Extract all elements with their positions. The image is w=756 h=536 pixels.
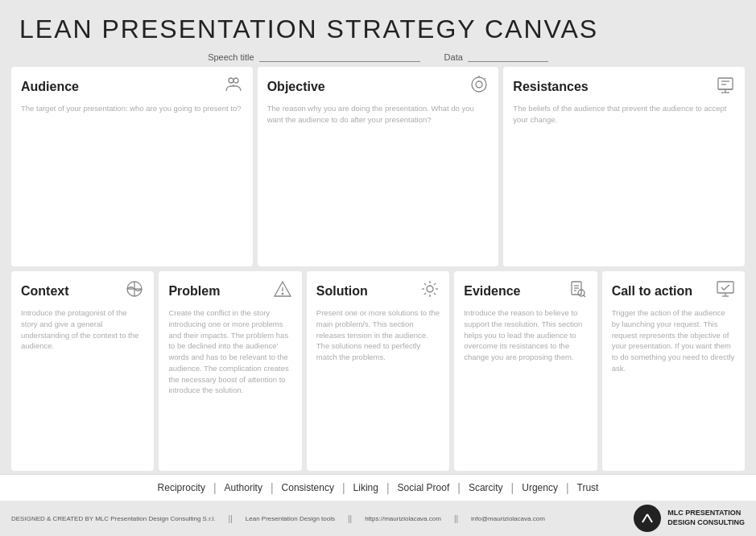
card-call-to-action-header: Call to action <box>612 279 735 303</box>
card-objective-title: Objective <box>267 80 325 94</box>
card-objective: Objective The reason why you are doing t… <box>258 67 499 266</box>
logo-line2: DESIGN CONSULTING <box>667 518 745 528</box>
card-problem-title: Problem <box>168 284 220 299</box>
card-solution-header: Solution <box>316 279 440 303</box>
card-call-to-action: Call to action Trigger the action of the… <box>602 271 745 471</box>
card-objective-body: The reason why you are doing the present… <box>267 103 490 126</box>
footer-item-reciprocity: Reciprocity <box>150 482 213 493</box>
svg-point-16 <box>282 293 283 294</box>
svg-point-3 <box>476 81 482 88</box>
logo-svg <box>639 510 655 526</box>
footer-item-authority: Authority <box>217 482 271 493</box>
problem-icon <box>273 279 292 303</box>
evidence-icon <box>568 279 588 303</box>
email-text: info@mauriziolacava.com <box>471 515 545 522</box>
card-evidence-body: Introduce the reason to believe to suppo… <box>464 307 587 363</box>
website-text: https://mauriziolacava.com <box>365 515 441 522</box>
logo-section: MLC PRESENTATION DESIGN CONSULTING <box>634 505 745 532</box>
card-audience: Audience The target of your presentation… <box>11 67 253 266</box>
footer-item-urgency: Urgency <box>514 482 566 493</box>
card-resistances-header: Resistances <box>513 75 735 98</box>
svg-line-35 <box>642 514 647 522</box>
card-resistances-title: Resistances <box>513 80 588 94</box>
canvas-area: Audience The target of your presentation… <box>0 67 756 474</box>
page: LEAN PRESENTATION STRATEGY CANVAS Speech… <box>0 0 756 536</box>
card-context-body: Introduce the protagonist of the story a… <box>21 307 144 352</box>
designed-by-text: DESIGNED & CREATED BY MLC Presentation D… <box>11 515 216 522</box>
card-evidence-title: Evidence <box>464 284 520 299</box>
card-solution: Solution <box>307 271 449 471</box>
card-objective-header: Objective <box>267 75 490 98</box>
card-call-to-action-title: Call to action <box>612 284 692 299</box>
header: LEAN PRESENTATION STRATEGY CANVAS <box>0 0 756 49</box>
card-evidence: Evidence Introduce the reason to believe… <box>454 271 597 471</box>
bottom-row: Context Introduce the protagonist of the… <box>11 271 745 471</box>
svg-line-22 <box>424 283 426 285</box>
logo-text: MLC PRESENTATION DESIGN CONSULTING <box>667 509 745 527</box>
footer-item-liking: Liking <box>345 482 386 493</box>
top-row: Audience The target of your presentation… <box>11 67 745 266</box>
footer-bar: Reciprocity | Authority | Consistency | … <box>0 474 756 501</box>
svg-line-25 <box>424 293 426 295</box>
logo-line1: MLC PRESENTATION <box>667 509 745 518</box>
speech-label: Speech title <box>208 52 254 62</box>
data-label: Data <box>444 52 463 62</box>
card-problem-header: Problem <box>168 279 291 303</box>
data-line <box>468 52 548 62</box>
card-resistances: Resistances The beliefs of the audience … <box>503 67 745 266</box>
bottom-sep-1: || <box>229 514 233 523</box>
card-audience-title: Audience <box>21 80 79 94</box>
card-context: Context Introduce the protagonist of the… <box>11 271 154 471</box>
objective-icon <box>469 75 489 98</box>
bottom-sep-3: || <box>454 514 458 523</box>
card-problem: Problem Create the conflict in the story… <box>159 271 301 471</box>
svg-point-17 <box>427 286 433 292</box>
tools-text: Lean Presentation Design tools <box>246 515 335 522</box>
solution-icon <box>420 279 440 303</box>
bottom-bar: DESIGNED & CREATED BY MLC Presentation D… <box>0 501 756 536</box>
svg-line-28 <box>583 295 585 298</box>
call-to-action-icon <box>716 279 735 303</box>
audience-icon <box>224 75 243 98</box>
footer-item-trust: Trust <box>569 482 607 493</box>
speech-line <box>259 52 420 62</box>
footer-item-consistency: Consistency <box>274 482 342 493</box>
card-problem-body: Create the conflict in the story introdu… <box>168 307 291 396</box>
card-evidence-header: Evidence <box>464 279 587 303</box>
svg-point-1 <box>233 78 238 83</box>
card-context-header: Context <box>21 279 144 303</box>
main-title: LEAN PRESENTATION STRATEGY CANVAS <box>19 14 737 44</box>
svg-line-24 <box>434 283 436 285</box>
card-context-title: Context <box>21 284 69 299</box>
bottom-sep-2: || <box>348 514 352 523</box>
logo-circle <box>634 505 661 532</box>
svg-rect-5 <box>718 78 733 89</box>
svg-point-2 <box>472 77 486 92</box>
card-solution-title: Solution <box>316 284 368 299</box>
card-audience-header: Audience <box>21 75 243 98</box>
resistances-icon <box>716 75 735 98</box>
card-resistances-body: The beliefs of the audience that prevent… <box>513 103 735 126</box>
svg-rect-32 <box>717 282 733 293</box>
footer-item-scarcity: Scarcity <box>461 482 511 493</box>
card-audience-body: The target of your presentation: who are… <box>21 103 243 114</box>
speech-data-row: Speech title Data <box>0 49 756 67</box>
svg-line-36 <box>647 514 652 522</box>
context-icon <box>125 279 144 303</box>
svg-line-23 <box>434 293 436 295</box>
svg-point-0 <box>229 78 233 83</box>
card-solution-body: Present one or more solutions to the mai… <box>316 307 440 363</box>
footer-item-social-proof: Social Proof <box>390 482 458 493</box>
card-call-to-action-body: Trigger the action of the audience by la… <box>612 307 735 374</box>
